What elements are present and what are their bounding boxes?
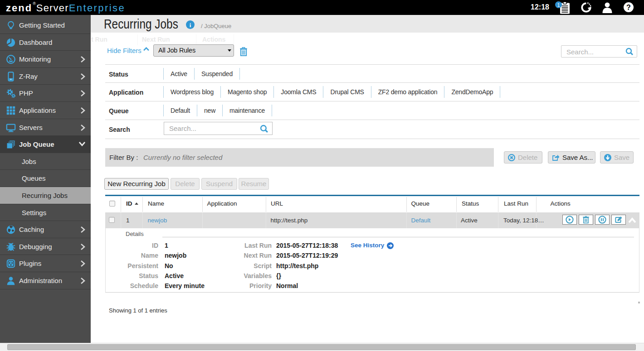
svg-text:1: 1 bbox=[557, 2, 560, 8]
svg-text:?: ? bbox=[626, 4, 631, 11]
svg-text:i: i bbox=[190, 22, 191, 29]
